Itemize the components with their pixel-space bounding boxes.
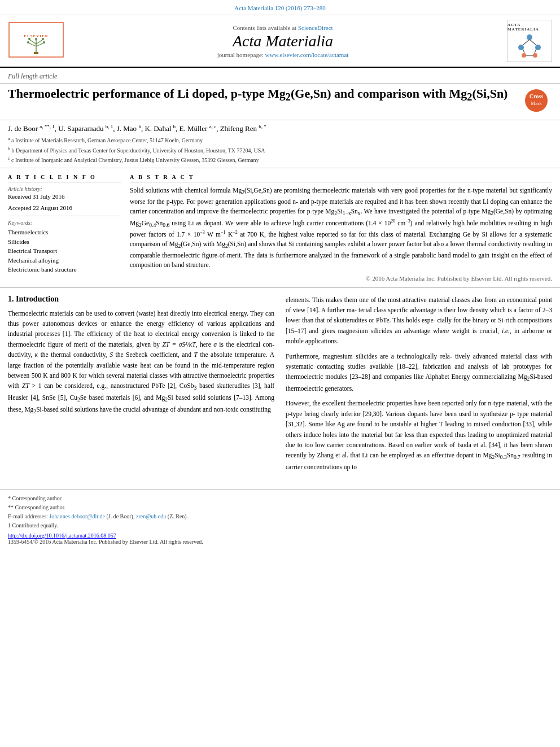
body-left-col: 1. Introduction Thermoelectric materials… <box>8 295 274 477</box>
authors-section: J. de Boor a, **, 1, U. Saparamadu b, 1,… <box>0 120 560 168</box>
abstract-col: A B S T R A C T Solid solutions with che… <box>130 174 552 281</box>
keyword-5: Electrictonic band structure <box>8 265 121 274</box>
abstract-text: Solid solutions with chemical formula Mg… <box>130 186 552 270</box>
svg-line-21 <box>535 49 536 53</box>
keyword-1: Thermoelectrics <box>8 228 121 237</box>
svg-point-8 <box>27 41 29 43</box>
article-type-bar: Full length article <box>0 68 560 84</box>
authors-line: J. de Boor a, **, 1, U. Saparamadu b, 1,… <box>8 124 552 133</box>
journal-title: Acta Materialia <box>64 32 501 50</box>
footer-section: * Corresponding author. ** Corresponding… <box>0 489 560 549</box>
svg-line-18 <box>523 40 530 45</box>
corresponding-note1: * Corresponding author. <box>8 494 552 503</box>
article-info-col: A R T I C L E I N F O Article history: R… <box>8 174 121 281</box>
contributed-note: 1 Contributed equally. <box>8 521 552 530</box>
svg-text:ELSEVIER: ELSEVIER <box>24 34 48 38</box>
intro-para2: elements. This makes them one of the mos… <box>286 295 552 347</box>
journal-logo-box: ACTA MATERIALIA <box>501 20 552 62</box>
svg-point-9 <box>42 38 44 40</box>
article-info-abstract-section: A R T I C L E I N F O Article history: R… <box>0 168 560 287</box>
intro-para3: Furthermore, magnesium silicides are a t… <box>286 351 552 394</box>
journal-center: Contents lists available at ScienceDirec… <box>64 24 501 58</box>
svg-point-7 <box>28 38 30 40</box>
svg-point-10 <box>43 41 45 43</box>
keywords-list: Thermoelectrics Silicides Electrical Tra… <box>8 228 121 274</box>
top-bar: Acta Materialia 120 (2016) 273–280 <box>0 0 560 15</box>
body-two-col: 1. Introduction Thermoelectric materials… <box>8 295 552 477</box>
journal-homepage-link[interactable]: www.elsevier.com/locate/actamat <box>265 51 349 58</box>
article-type: Full length article <box>8 72 552 81</box>
elsevier-logo: ELSEVIER <box>8 21 64 60</box>
main-body: 1. Introduction Thermoelectric materials… <box>0 288 560 484</box>
svg-line-3 <box>29 40 36 44</box>
footer-issn: 1359-6454/© 2016 Acta Materialia Inc. Pu… <box>8 539 552 545</box>
footer-doi: http://dx.doi.org/10.1016/j.actamat.2016… <box>8 532 552 539</box>
crossmark-logo: Cross Mark <box>524 88 552 115</box>
accepted-date: Accepted 22 August 2016 <box>8 204 121 211</box>
svg-point-13 <box>527 34 532 40</box>
svg-line-19 <box>530 40 536 45</box>
keyword-3: Electrical Transport <box>8 246 121 256</box>
svg-text:Mark: Mark <box>531 101 542 106</box>
keyword-4: Mechanical alloying <box>8 256 121 265</box>
svg-point-11 <box>35 38 37 40</box>
journal-ref: Acta Materialia 120 (2016) 273–280 <box>234 5 325 11</box>
corresponding-note2: ** Corresponding author. <box>8 503 552 512</box>
received-date: Received 31 July 2016 <box>8 193 121 200</box>
doi-link[interactable]: http://dx.doi.org/10.1016/j.actamat.2016… <box>8 532 116 539</box>
affiliation-c: c c Institute of Inorganic and Analytica… <box>8 155 552 164</box>
svg-line-20 <box>523 49 524 53</box>
email1-link[interactable]: Johannes.deboor@dlr.de <box>49 513 105 519</box>
contents-line: Contents lists available at ScienceDirec… <box>64 24 501 31</box>
svg-point-17 <box>533 53 537 58</box>
article-title-section: Thermoelectric performance of Li doped, … <box>0 84 560 120</box>
affiliation-b: b b Department of Physics and Texas Cent… <box>8 146 552 155</box>
body-right-col: elements. This makes them one of the mos… <box>286 295 552 477</box>
journal-homepage: journal homepage: www.elsevier.com/locat… <box>64 51 501 58</box>
intro-para4: However, the excellent thermoelectric pr… <box>286 398 552 472</box>
article-info-heading: A R T I C L E I N F O <box>8 174 121 182</box>
affiliation-a: a a Institute of Materials Research, Ger… <box>8 136 552 145</box>
article-title-text: Thermoelectric performance of Li doped, … <box>8 86 518 108</box>
abstract-heading: A B S T R A C T <box>130 174 552 182</box>
history-label: Article history: <box>8 186 121 192</box>
copyright-line: © 2016 Acta Materialia Inc. Published by… <box>130 275 552 282</box>
article-title: Thermoelectric performance of Li doped, … <box>8 86 518 104</box>
svg-rect-12 <box>34 52 38 54</box>
email2-link[interactable]: zren@uh.edu <box>136 513 166 519</box>
keyword-2: Silicides <box>8 237 121 247</box>
section1-title: 1. Introduction <box>8 295 274 304</box>
email-line: E-mail addresses: Johannes.deboor@dlr.de… <box>8 512 552 521</box>
intro-para1: Thermoelectric materials can be used to … <box>8 308 274 416</box>
footer-notes: * Corresponding author. ** Corresponding… <box>8 494 552 530</box>
svg-point-16 <box>522 53 526 58</box>
page-wrapper: Acta Materialia 120 (2016) 273–280 ELSEV… <box>0 0 560 549</box>
sciencedirect-link[interactable]: ScienceDirect <box>298 24 333 31</box>
keywords-label: Keywords: <box>8 220 121 226</box>
svg-line-5 <box>36 40 43 44</box>
acta-logo: ACTA MATERIALIA <box>507 20 552 62</box>
journal-header: ELSEVIER Contents lists available at Sci… <box>0 15 560 68</box>
svg-text:Cross: Cross <box>530 93 543 99</box>
